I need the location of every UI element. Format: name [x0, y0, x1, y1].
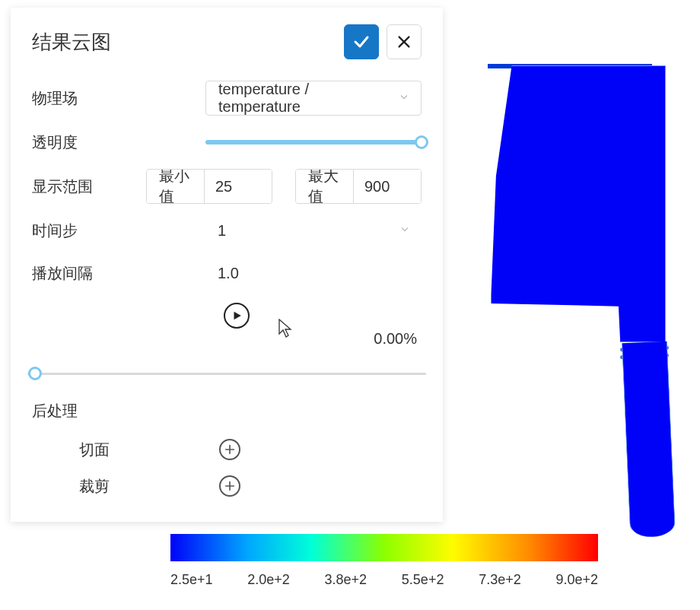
min-input[interactable] [205, 170, 272, 203]
panel-actions [344, 24, 422, 59]
min-input-group: 最小值 [146, 169, 272, 204]
interval-value: 1.0 [205, 265, 239, 282]
legend-tick: 7.3e+2 [479, 572, 521, 588]
opacity-label: 透明度 [32, 132, 146, 153]
legend-tick: 5.5e+2 [402, 572, 444, 588]
play-button[interactable] [224, 303, 250, 329]
progress-slider[interactable] [27, 366, 426, 381]
range-row: 显示范围 最小值 最大值 [32, 169, 422, 204]
panel-title: 结果云图 [32, 29, 111, 56]
physics-select[interactable]: temperature / temperature [205, 81, 422, 116]
clip-label: 裁剪 [32, 476, 146, 497]
results-panel: 结果云图 物理场 temperature / temperature 透明度 [11, 8, 443, 522]
legend-tick: 9.0e+2 [555, 572, 598, 588]
confirm-button[interactable] [344, 24, 379, 59]
physics-row: 物理场 temperature / temperature [32, 81, 422, 116]
check-icon [352, 33, 371, 51]
color-legend: 2.5e+1 2.0e+2 3.8e+2 5.5e+2 7.3e+2 9.0e+… [170, 534, 598, 588]
play-row [32, 300, 422, 332]
slider-handle[interactable] [415, 135, 428, 149]
range-label: 显示范围 [32, 176, 146, 197]
legend-tick: 3.8e+2 [325, 572, 368, 588]
clip-row: 裁剪 [32, 472, 422, 500]
legend-tick: 2.5e+1 [170, 572, 213, 588]
timestep-label: 时间步 [32, 221, 146, 241]
slider-handle[interactable] [28, 367, 42, 380]
close-icon [396, 33, 412, 50]
opacity-row: 透明度 [32, 126, 422, 158]
legend-gradient [170, 534, 598, 561]
range-group: 最小值 最大值 [146, 169, 422, 204]
plus-icon [224, 443, 236, 456]
timestep-select[interactable]: 1 [205, 215, 422, 246]
model-handle [622, 342, 676, 538]
slider-track [27, 373, 426, 375]
max-input-group: 最大值 [295, 169, 422, 204]
plus-icon [224, 480, 236, 492]
play-icon [231, 310, 242, 321]
chevron-down-icon [398, 90, 410, 107]
max-input[interactable] [354, 170, 421, 203]
svg-marker-2 [234, 312, 241, 320]
min-addon: 最小值 [147, 170, 205, 203]
add-clip-button[interactable] [219, 475, 240, 497]
max-addon: 最大值 [296, 170, 354, 203]
add-slice-button[interactable] [219, 439, 240, 460]
slider-track [205, 140, 422, 145]
slice-label: 切面 [32, 440, 146, 460]
opacity-slider[interactable] [205, 135, 422, 150]
close-button[interactable] [387, 24, 422, 59]
timestep-row: 时间步 1 [32, 214, 422, 246]
progress-text: 0.00% [32, 330, 422, 348]
legend-tick: 2.0e+2 [247, 572, 290, 588]
physics-select-value: temperature / temperature [218, 81, 390, 116]
model-blade [491, 65, 666, 342]
viewport-3d[interactable] [453, 0, 696, 532]
postproc-title: 后处理 [32, 401, 422, 421]
progress-slider-row [27, 366, 426, 381]
interval-row: 播放间隔 1.0 [32, 257, 422, 289]
legend-ticks: 2.5e+1 2.0e+2 3.8e+2 5.5e+2 7.3e+2 9.0e+… [170, 561, 598, 588]
interval-label: 播放间隔 [32, 263, 146, 284]
panel-header: 结果云图 [32, 24, 422, 59]
chevron-down-icon [399, 222, 411, 240]
slice-row: 切面 [32, 435, 422, 464]
physics-label: 物理场 [32, 88, 146, 109]
timestep-value: 1 [218, 222, 226, 240]
